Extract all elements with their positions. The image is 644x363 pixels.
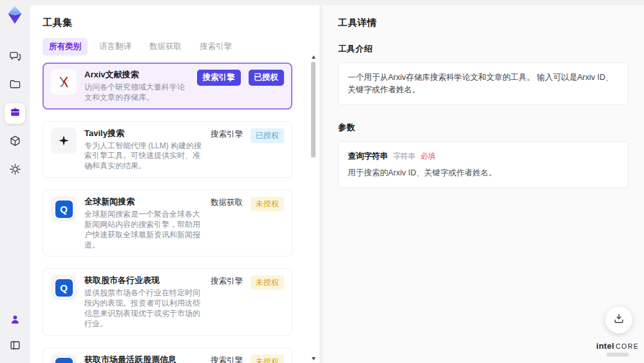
param-name: 查询字符串: [348, 150, 388, 162]
auth-badge: 未授权: [251, 197, 284, 211]
toolbox-icon: [9, 106, 21, 121]
sidebar-item-account[interactable]: [5, 310, 25, 331]
list-scrollbar[interactable]: [311, 55, 316, 360]
category-tabs: 所有类别 语言翻译 数据获取 搜索引擎: [43, 38, 307, 55]
category-badge: 搜索引擎: [197, 70, 241, 86]
scroll-up-arrow-icon[interactable]: [312, 55, 316, 59]
left-rail: [0, 0, 30, 363]
params-heading: 参数: [338, 122, 629, 133]
arxiv-icon: [51, 69, 77, 95]
intro-heading: 工具介绍: [338, 43, 629, 55]
sidebar-item-files[interactable]: [5, 75, 25, 95]
tool-name: 获取市场最活跃股票信息: [84, 354, 203, 363]
folder-icon: [9, 78, 21, 93]
tool-card-global-news[interactable]: Q 全球新闻搜索 全球新闻搜索是一个聚合全球各大新闻网站内容的搜索引擎，帮助用户…: [43, 190, 292, 257]
tool-name: Arxiv文献搜索: [84, 69, 189, 80]
sidebar-item-collapse[interactable]: [5, 336, 25, 357]
rail-nav: [5, 46, 25, 181]
category-badge: 搜索引擎: [211, 128, 243, 141]
news-logo-icon: Q: [55, 201, 73, 218]
tab-all-categories[interactable]: 所有类别: [43, 38, 88, 55]
sidebar-item-models[interactable]: [5, 132, 25, 152]
tool-detail-panel: 工具详情 工具介绍 一个用于从Arxiv存储库搜索科学论文和文章的工具。 输入可…: [323, 5, 644, 363]
stocks-logo-icon: Q: [55, 279, 73, 297]
brand-subtext-bar: [607, 353, 629, 357]
tool-card-sector-performance[interactable]: Q 获取股市各行业表现 提供股票市场各个行业在特定时间段内的表现。投资者可以利用…: [43, 268, 292, 335]
download-button[interactable]: [605, 306, 632, 333]
detail-title: 工具详情: [338, 17, 629, 29]
tool-description: 访问各个研究领域大量科学论文和文章的存储库。: [84, 83, 189, 103]
tool-description: 全球新闻搜索是一个聚合全球各大新闻网站内容的搜索引擎，帮助用户快速获取全球最新资…: [84, 210, 203, 250]
auth-badge: 已授权: [251, 128, 284, 143]
tool-description: 提供股票市场各个行业在特定时间段内的表现。投资者可以利用这些信息来识别表现优于或…: [84, 288, 203, 329]
tool-name: 获取股市各行业表现: [84, 275, 203, 286]
tool-name: 全球新闻搜索: [84, 196, 203, 207]
category-badge: 搜索引擎: [211, 355, 243, 363]
scroll-down-arrow-icon[interactable]: [312, 357, 316, 360]
tool-list: Arxiv文献搜索 访问各个研究领域大量科学论文和文章的存储库。 搜索引擎 已授…: [43, 63, 307, 363]
category-badge: 数据获取: [211, 197, 243, 209]
chat-icon: [9, 50, 21, 64]
brand-core-text: CORE: [616, 342, 639, 350]
tab-search-engine[interactable]: 搜索引擎: [193, 38, 238, 55]
page-title: 工具集: [43, 17, 307, 29]
tool-name: Tavily搜索: [84, 128, 203, 139]
main-area: 工具集 所有类别 语言翻译 数据获取 搜索引擎 Arxiv文献搜索 访问各个研究…: [30, 5, 644, 363]
param-item: 查询字符串 字符串 必填 用于搜索的Arxiv ID、关键字或作者姓名。: [338, 141, 629, 189]
brand-intel-text: intel: [596, 341, 614, 351]
param-required-flag: 必填: [421, 151, 435, 162]
panel-toggle-icon: [9, 339, 21, 354]
rail-bottom: [5, 310, 25, 357]
scrollbar-thumb[interactable]: [311, 62, 316, 157]
auth-badge: 未授权: [251, 355, 284, 363]
param-description: 用于搜索的Arxiv ID、关键字或作者姓名。: [348, 167, 619, 179]
category-badge: 搜索引擎: [211, 275, 243, 288]
tool-card-arxiv[interactable]: Arxiv文献搜索 访问各个研究领域大量科学论文和文章的存储库。 搜索引擎 已授…: [43, 63, 292, 110]
intro-text: 一个用于从Arxiv存储库搜索科学论文和文章的工具。 输入可以是Arxiv ID…: [338, 63, 629, 105]
intel-core-logo: intel CORE: [599, 341, 636, 357]
settings-icon: [9, 163, 21, 178]
tab-data-acquisition[interactable]: 数据获取: [143, 38, 188, 55]
sidebar-item-chat[interactable]: [5, 46, 25, 67]
sidebar-item-settings[interactable]: [5, 160, 25, 181]
tool-description: 专为人工智能代理 (LLM) 构建的搜索引擎工具。可快速提供实时、准确和真实的结…: [84, 141, 203, 172]
stocks-logo-icon: Q: [55, 358, 73, 363]
param-type: 字符串: [393, 151, 416, 162]
download-icon: [612, 312, 625, 328]
tools-panel: 工具集 所有类别 语言翻译 数据获取 搜索引擎 Arxiv文献搜索 访问各个研究…: [30, 5, 319, 363]
user-icon: [9, 313, 21, 328]
sidebar-item-tools[interactable]: [5, 103, 25, 124]
tool-card-tavily[interactable]: Tavily搜索 专为人工智能代理 (LLM) 构建的搜索引擎工具。可快速提供实…: [43, 121, 292, 178]
tool-card-active-stocks[interactable]: Q 获取市场最活跃股票信息 提供当天交易量最高的股票列表。投资者可以利用这些信息…: [43, 348, 292, 363]
app-logo[interactable]: [5, 5, 24, 25]
auth-badge: 已授权: [249, 70, 285, 86]
auth-badge: 未授权: [251, 275, 284, 290]
tavily-sparkle-icon: [51, 128, 77, 153]
tab-language-translation[interactable]: 语言翻译: [93, 38, 138, 55]
cube-icon: [9, 135, 21, 150]
